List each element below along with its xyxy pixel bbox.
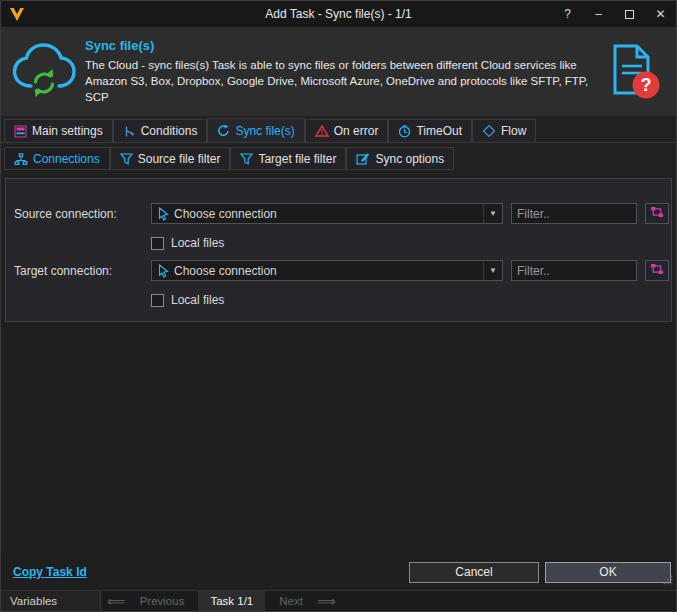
dropdown-arrow-icon[interactable]: ▼ (483, 204, 502, 223)
dialog-footer: Copy Task Id Cancel OK (1, 554, 676, 590)
target-connection-label: Target connection: (14, 264, 151, 278)
status-bar: Variables ⟸ Previous Task 1/1 Next ⟹ (1, 590, 676, 611)
maximize-button[interactable] (614, 1, 645, 27)
current-task-tab[interactable]: Task 1/1 (198, 591, 265, 611)
edit-options-icon (356, 152, 370, 165)
tab-label: Sync file(s) (235, 124, 294, 138)
subtab-label: Sync options (375, 152, 444, 166)
variables-tab[interactable]: Variables (1, 591, 101, 611)
source-connection-label: Source connection: (14, 207, 151, 221)
tab-on-error[interactable]: On error (305, 119, 389, 142)
cancel-button[interactable]: Cancel (409, 562, 539, 583)
pointer-icon (152, 264, 174, 278)
help-button[interactable]: ? (552, 1, 583, 27)
target-connection-value: Choose connection (174, 264, 483, 278)
pointer-icon (152, 207, 174, 221)
subtab-label: Connections (33, 152, 100, 166)
previous-arrow-icon[interactable]: ⟸ (101, 594, 132, 609)
titlebar[interactable]: Add Task - Sync file(s) - 1/1 ? – ✕ (1, 1, 676, 27)
tab-label: Main settings (32, 124, 103, 138)
tab-label: Conditions (141, 124, 198, 138)
connections-icon (14, 153, 28, 165)
clock-icon (398, 125, 411, 138)
subtab-label: Target file filter (258, 152, 336, 166)
header-text: Sync file(s) The Cloud - sync files(s) T… (79, 38, 590, 105)
filter-funnel-icon (120, 153, 133, 165)
tab-label: Flow (501, 124, 526, 138)
flow-diamond-icon (482, 124, 496, 138)
app-logo-icon (1, 8, 33, 21)
footer-buttons: Cancel OK (409, 562, 671, 583)
next-task-button[interactable]: Next (271, 595, 311, 607)
source-local-files-row: Local files (151, 236, 671, 250)
ok-button[interactable]: OK (545, 562, 671, 583)
target-local-files-row: Local files (151, 293, 671, 307)
tab-main-settings[interactable]: Main settings (4, 119, 113, 142)
task-description: The Cloud - sync files(s) Task is able t… (85, 57, 590, 105)
target-local-files-label: Local files (171, 293, 224, 307)
maximize-icon (625, 10, 634, 19)
main-tab-bar: Main settings Conditions Sync file(s) On… (1, 116, 676, 143)
tab-label: TimeOut (416, 124, 462, 138)
task-type-title: Sync file(s) (85, 38, 590, 53)
cloud-sync-icon (9, 41, 79, 103)
tab-label: On error (334, 124, 379, 138)
error-warning-icon (315, 125, 329, 137)
sub-tab-bar: Connections Source file filter Target fi… (1, 143, 676, 170)
target-local-files-checkbox[interactable] (151, 294, 164, 307)
subtab-target-file-filter[interactable]: Target file filter (230, 147, 346, 170)
source-local-files-label: Local files (171, 236, 224, 250)
tab-flow[interactable]: Flow (472, 119, 536, 142)
target-connection-row: Target connection: Choose connection ▼ (14, 260, 671, 281)
source-connection-value: Choose connection (174, 207, 483, 221)
tab-timeout[interactable]: TimeOut (388, 119, 472, 142)
minimize-button[interactable]: – (583, 1, 614, 27)
form-settings-icon (14, 125, 27, 138)
subtab-connections[interactable]: Connections (4, 147, 110, 170)
source-connection-row: Source connection: Choose connection ▼ (14, 203, 671, 224)
tab-conditions[interactable]: Conditions (113, 119, 208, 142)
previous-task-button[interactable]: Previous (132, 595, 193, 607)
sync-icon (217, 124, 230, 137)
help-document-icon: ? (602, 42, 664, 102)
filter-funnel-icon (240, 153, 253, 165)
subtab-sync-options[interactable]: Sync options (346, 147, 454, 170)
close-button[interactable]: ✕ (645, 1, 676, 27)
copy-task-id-link[interactable]: Copy Task Id (13, 565, 87, 579)
subtab-label: Source file filter (138, 152, 221, 166)
branch-icon (123, 125, 136, 138)
source-local-files-checkbox[interactable] (151, 237, 164, 250)
next-arrow-icon[interactable]: ⟹ (311, 594, 342, 609)
task-header: Sync file(s) The Cloud - sync files(s) T… (1, 27, 676, 116)
manage-source-connections-button[interactable] (645, 203, 669, 224)
svg-text:?: ? (641, 75, 652, 95)
tab-sync-files[interactable]: Sync file(s) (207, 118, 304, 142)
connection-manager-icon (650, 206, 664, 221)
add-task-window: Add Task - Sync file(s) - 1/1 ? – ✕ (0, 0, 677, 612)
manage-target-connections-button[interactable] (645, 260, 669, 281)
source-connection-select[interactable]: Choose connection ▼ (151, 203, 503, 224)
empty-area (2, 322, 675, 554)
source-connection-filter-input[interactable] (511, 203, 637, 224)
dropdown-arrow-icon[interactable]: ▼ (483, 261, 502, 280)
connections-panel: Source connection: Choose connection ▼ L… (5, 178, 672, 322)
subtab-source-file-filter[interactable]: Source file filter (110, 147, 231, 170)
resize-grip[interactable] (663, 574, 673, 588)
connection-manager-icon (650, 263, 664, 278)
target-connection-select[interactable]: Choose connection ▼ (151, 260, 503, 281)
target-connection-filter-input[interactable] (511, 260, 637, 281)
window-controls: ? – ✕ (552, 1, 676, 27)
